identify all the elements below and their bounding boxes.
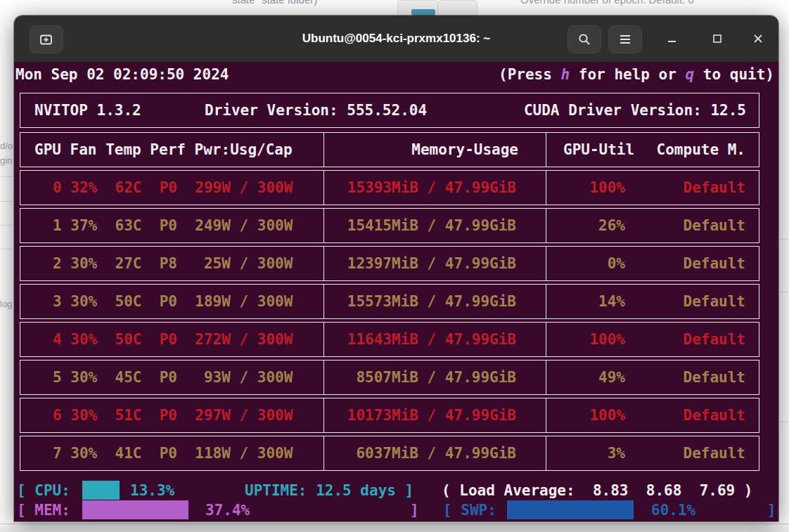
page-divider [0,225,13,226]
gpu-util: 100% [563,179,625,196]
gpu-compute-mode: Default [683,445,745,462]
menu-button[interactable] [608,25,642,53]
page-toolbar-box [438,0,477,16]
page-bottom-bar [0,524,789,532]
gpu-memory: 10173MiB / 47.99GiB [323,398,546,432]
help-key-q: q [686,66,695,83]
gpu-memory: 11643MiB / 47.99GiB [323,323,546,356]
gpu-row-2: 2 30% 27C P8 25W / 300W 12397MiB / 47.99… [20,246,759,281]
page-divider [0,249,13,249]
gpu-compute-mode: Default [683,369,745,386]
minimize-button[interactable] [658,25,686,52]
gpu-stats: 2 30% 27C P8 25W / 300W [20,247,323,280]
mem-percent: 37.4% [205,502,250,519]
gpu-util: 100% [563,407,625,424]
gpu-table-header: GPU Fan Temp Perf Pwr:Usg/Cap Memory-Usa… [20,132,759,167]
col-header-gpu-stats: GPU Fan Temp Perf Pwr:Usg/Cap [20,133,323,167]
col-header-compute-mode: Compute M. [657,141,745,158]
maximize-icon [712,33,723,44]
gpu-row-3: 3 30% 50C P0 189W / 300W 15573MiB / 47.9… [20,284,759,319]
page-blue-button-fragment [411,9,435,15]
gpu-memory: 15415MiB / 47.99GiB [323,209,546,242]
gpu-compute-mode: Default [683,255,745,272]
gpu-util: 0% [563,255,625,272]
gpu-stats: 6 30% 51C P0 297W / 300W [20,398,323,432]
gpu-stats: 1 37% 63C P0 249W / 300W [20,209,323,242]
help-hint: (Press h for help or q to quit) [499,66,774,83]
gpu-row-0: 0 32% 62C P0 299W / 300W 15393MiB / 47.9… [20,170,759,205]
col-header-gpu-util: GPU-Util [563,141,634,158]
gpu-row-6: 6 30% 51C P0 297W / 300W 10173MiB / 47.9… [20,398,759,433]
gpu-compute-mode: Default [683,331,745,348]
nvitop-info-panel: NVITOP 1.3.2 Driver Version: 555.52.04 C… [20,93,759,128]
gpu-util: 100% [563,331,625,348]
hamburger-menu-icon [618,34,632,45]
minimize-icon [667,33,678,44]
page-divider [779,292,789,292]
page-divider [779,422,789,422]
maximize-button[interactable] [703,25,731,52]
cuda-version: CUDA Driver Version: 12.5 [524,102,746,119]
page-divider [779,239,789,240]
nvitop-version: NVITOP 1.3.2 [34,102,141,119]
page-divider [0,201,13,202]
gpu-util: 14% [563,293,625,310]
page-fragment-left: gin [0,155,13,166]
load-average: ( Load Average: 8.83 8.68 7.69 ) [442,482,753,499]
gpu-util: 3% [563,445,625,462]
close-icon [752,33,764,44]
gpu-memory: 12397MiB / 47.99GiB [323,247,546,280]
terminal-window: Ubuntu@0054-kci-prxmx10136: ~ [14,15,778,521]
gpu-stats: 0 32% 62C P0 299W / 300W [20,171,323,205]
swp-bracket-close: ] [767,502,776,519]
gpu-stats: 4 30% 50C P0 272W / 300W [20,323,323,356]
page-divider [0,176,13,177]
driver-version: Driver Version: 555.52.04 [205,102,427,119]
gpu-row-5: 5 30% 45C P0 93W / 300W 8507MiB / 47.99G… [20,360,759,395]
new-tab-button[interactable] [30,25,63,53]
gpu-table-rows: 0 32% 62C P0 299W / 300W 15393MiB / 47.9… [20,170,759,474]
gpu-stats: 5 30% 45C P0 93W / 300W [20,361,323,394]
titlebar[interactable]: Ubuntu@0054-kci-prxmx10136: ~ [14,15,778,63]
gpu-util: 49% [563,369,625,386]
page-fragment-left: d/o [0,141,13,151]
swp-percent: 60.1% [651,502,695,519]
gpu-compute-mode: Default [683,407,745,424]
clock-line: Mon Sep 02 02:09:50 2024 [15,66,229,83]
mem-label: [ MEM: [17,502,70,519]
gpu-stats: 7 30% 41C P0 118W / 300W [20,436,323,470]
gpu-compute-mode: Default [683,293,745,310]
search-button[interactable] [567,25,601,53]
gpu-stats: 3 30% 50C P0 189W / 300W [20,285,323,318]
page-fragment-top-right: Override number of epoch. Default: 0 [520,0,694,6]
uptime: UPTIME: 12.5 days ] [245,482,413,499]
terminal-screen[interactable]: Mon Sep 02 02:09:50 2024 (Press h for he… [14,62,778,521]
page-fragment-left: log [0,299,13,309]
new-tab-icon [39,32,54,46]
page-fragment-top-left: state "state folder) [232,0,317,6]
gpu-memory: 6037MiB / 47.99GiB [323,436,546,470]
swp-label: [ SWP: [443,502,496,519]
col-header-memory: Memory-Usage [323,133,546,167]
cpu-percent: 13.3% [130,482,174,499]
gpu-memory: 8507MiB / 47.99GiB [323,361,546,394]
gpu-compute-mode: Default [683,179,745,196]
search-icon [577,32,591,46]
mem-bracket-close: ] [410,502,419,519]
close-button[interactable] [744,25,772,52]
gpu-compute-mode: Default [683,217,745,234]
cpu-label: [ CPU: [17,482,70,499]
gpu-row-4: 4 30% 50C P0 272W / 300W 11643MiB / 47.9… [20,322,759,357]
status-line-cpu: [ CPU: 13.3% UPTIME: 12.5 days ] ( Load … [14,481,778,500]
gpu-row-1: 1 37% 63C P0 249W / 300W 15415MiB / 47.9… [20,208,759,243]
gpu-memory: 15393MiB / 47.99GiB [323,171,546,205]
status-line-mem-swp: [ MEM: 37.4% ] [ SWP: 60.1% ] [14,500,778,519]
gpu-row-7: 7 30% 41C P0 118W / 300W 6037MiB / 47.99… [20,436,759,471]
gpu-memory: 15573MiB / 47.99GiB [323,285,546,318]
gpu-util: 26% [563,217,625,234]
help-key-h: h [561,66,570,83]
